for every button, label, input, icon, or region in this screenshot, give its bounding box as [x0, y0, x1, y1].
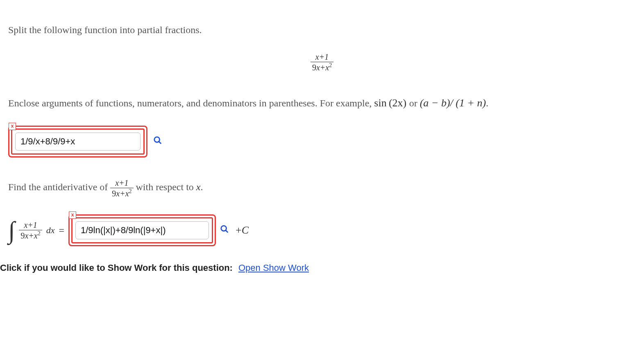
answer2-wrap: x — [68, 214, 216, 246]
int-frac-den-coef: 9 — [20, 231, 25, 240]
show-work-label: Click if you would like to Show Work for… — [0, 263, 233, 273]
open-show-work-link[interactable]: Open Show Work — [238, 263, 309, 273]
fraction-numerator: x+1 — [315, 52, 329, 61]
answer2-input[interactable] — [75, 221, 209, 239]
q2-pre-text: Find the antiderivative of — [8, 182, 110, 192]
dx-text: dx — [46, 225, 55, 236]
answer1-wrap: x — [8, 126, 147, 158]
q2-frac-den-rest: x+x — [116, 189, 129, 198]
incorrect-badge-icon: x — [9, 123, 16, 130]
svg-point-0 — [154, 137, 160, 142]
incorrect-badge-icon-2: x — [69, 212, 76, 219]
svg-line-1 — [159, 141, 161, 144]
preview-icon[interactable] — [153, 136, 162, 147]
question2-instruction: Find the antiderivative of x+1 9x+x2 wit… — [8, 178, 636, 198]
answer1-input[interactable] — [15, 133, 141, 151]
int-frac-num: x+1 — [24, 220, 37, 230]
int-frac-den-rest: x+x — [25, 231, 37, 240]
plus-c: +C — [236, 224, 249, 236]
svg-line-3 — [226, 230, 228, 233]
enclose-text: Enclose arguments of functions, numerato… — [8, 98, 374, 108]
fraction-den-coef: 9 — [312, 63, 316, 72]
q2-post-dot: . — [200, 182, 203, 192]
or-text: or — [409, 98, 420, 108]
q2-post-a: with respect to — [136, 182, 196, 192]
question1-instruction: Split the following function into partia… — [8, 25, 636, 36]
fraction-den-exp: 2 — [329, 62, 332, 68]
equals-sign: = — [59, 225, 64, 236]
q2-frac-den-exp: 2 — [129, 188, 132, 194]
int-frac-den-exp: 2 — [38, 230, 41, 236]
q2-frac-den-coef: 9 — [112, 189, 116, 198]
q2-frac-num: x+1 — [115, 178, 128, 187]
example-sin: sin (2x) — [374, 97, 406, 109]
q2-post-x: x — [196, 182, 201, 192]
svg-point-2 — [221, 226, 227, 231]
period: . — [486, 98, 488, 108]
integral-sign-icon: ∫ — [8, 218, 15, 243]
preview-icon-2[interactable] — [220, 225, 229, 236]
enclose-instruction: Enclose arguments of functions, numerato… — [8, 97, 636, 109]
question-fraction: x+1 9x+x2 — [8, 52, 636, 72]
example-fraction-text: (a − b)/ (1 + n) — [420, 97, 486, 109]
fraction-den-rest: x+x — [316, 63, 329, 72]
